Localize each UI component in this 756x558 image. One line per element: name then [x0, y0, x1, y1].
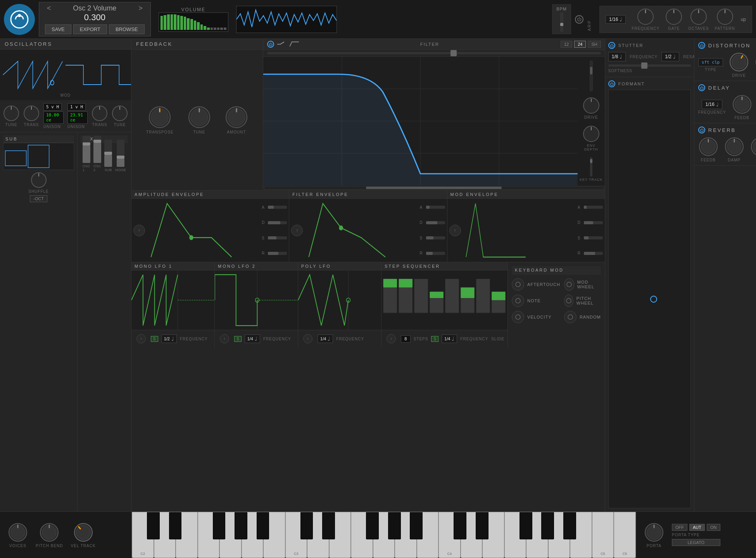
black-key-Gs2[interactable] — [235, 512, 247, 539]
mono-lfo2-sync-button[interactable]: S — [234, 336, 242, 342]
mod-env-d-slider[interactable] — [584, 221, 603, 224]
save-button[interactable]: SAVE — [45, 24, 71, 34]
pitch-bend-knob[interactable] — [39, 522, 59, 542]
filter-12-button[interactable]: 12 — [561, 41, 572, 48]
note-icon-button[interactable] — [512, 295, 524, 307]
porta-on-button[interactable]: ON — [707, 524, 720, 531]
mono-lfo2-icon[interactable]: ↑ — [220, 334, 229, 343]
white-key-C5[interactable]: C5 — [592, 512, 614, 558]
mod-wheel-icon[interactable] — [564, 278, 574, 291]
arp-gate-knob[interactable] — [665, 8, 682, 25]
black-key-As3[interactable] — [410, 512, 423, 539]
velocity-icon[interactable] — [512, 311, 524, 323]
stutter-softness-slider[interactable] — [608, 64, 691, 67]
black-key-Fs3[interactable] — [366, 512, 379, 539]
filter-hscroll[interactable] — [264, 186, 604, 189]
shuffle-knob[interactable] — [31, 172, 47, 188]
amp-env-a-slider[interactable] — [268, 206, 287, 209]
white-key-C4[interactable]: C4 — [438, 512, 461, 558]
arp-power-button[interactable]: ⏻ — [575, 15, 583, 24]
env-depth-knob[interactable] — [583, 125, 600, 142]
vel-track-knob[interactable] — [73, 522, 93, 542]
mod-env-icon[interactable]: ↑ — [449, 225, 461, 236]
black-key-Ds2[interactable] — [169, 512, 182, 539]
mod-env-a-slider[interactable] — [584, 206, 603, 209]
distortion-drive-knob[interactable] — [729, 52, 749, 72]
mono-lfo1-sync-button[interactable]: S — [151, 336, 158, 342]
amp-env-icon[interactable]: ↑ — [133, 225, 145, 236]
arp-octaves-knob[interactable] — [690, 8, 707, 25]
formant-dot[interactable] — [650, 296, 657, 303]
white-key-F4[interactable] — [504, 512, 526, 558]
formant-power-button[interactable] — [608, 80, 615, 87]
black-key-Fs4[interactable] — [520, 512, 532, 539]
black-key-Cs2[interactable] — [147, 512, 160, 539]
drive-knob[interactable] — [583, 97, 600, 114]
filter-cutoff-slider[interactable] — [267, 52, 601, 54]
black-key-Fs2[interactable] — [213, 512, 226, 539]
reverb-power-button[interactable] — [698, 127, 705, 133]
osc-tune2-knob[interactable] — [112, 105, 128, 121]
porta-knob[interactable] — [644, 522, 664, 542]
black-key-Gs3[interactable] — [388, 512, 401, 539]
filter-env-d-slider[interactable] — [426, 221, 445, 224]
amount-knob[interactable] — [225, 106, 248, 129]
mod-env-r-slider[interactable] — [584, 252, 603, 255]
logo[interactable] — [4, 4, 35, 35]
oct-button[interactable]: -OCT — [30, 195, 47, 202]
browse-button[interactable]: BROWSE — [109, 24, 145, 34]
reverb-damp-knob[interactable] — [724, 137, 744, 157]
export-button[interactable]: EXPORT — [73, 24, 107, 34]
white-key-C3[interactable]: C3 — [285, 512, 307, 558]
pitch-wheel-icon[interactable] — [564, 295, 573, 307]
tune-knob[interactable] — [188, 106, 211, 129]
black-key-As4[interactable] — [563, 512, 576, 539]
white-key-C5[interactable]: C5 — [614, 512, 636, 558]
reverb-mix-knob[interactable] — [750, 137, 756, 157]
porta-off-button[interactable]: OFF — [672, 524, 687, 531]
filter-env-r-slider[interactable] — [426, 252, 445, 255]
osc-trans2-knob[interactable] — [91, 105, 108, 121]
white-key-F2[interactable] — [198, 512, 220, 558]
aftertouch-icon[interactable] — [512, 278, 524, 291]
nav-prev-button[interactable]: < — [45, 4, 53, 12]
random-icon[interactable] — [564, 311, 576, 323]
black-key-Ds3[interactable] — [322, 512, 335, 539]
filter-env-s-slider[interactable] — [426, 236, 445, 239]
delay-power-button[interactable] — [698, 84, 705, 91]
transpose-knob[interactable] — [148, 106, 171, 129]
osc-tune-knob[interactable] — [3, 105, 19, 121]
black-key-Ds4[interactable] — [476, 512, 488, 539]
distortion-power-button[interactable] — [698, 42, 705, 49]
filter-power-button[interactable] — [267, 41, 274, 48]
step-seq-sync-button[interactable]: S — [431, 336, 438, 342]
reverb-feedb-knob[interactable] — [698, 137, 718, 157]
white-key-C2[interactable]: C2 — [132, 512, 154, 558]
amp-env-d-slider[interactable] — [268, 221, 287, 224]
distortion-type-selector[interactable]: sft clp — [698, 58, 723, 66]
filter-env-a-slider[interactable] — [426, 206, 445, 209]
filter-env-icon[interactable]: ↑ — [291, 225, 303, 236]
delay-feedb-knob[interactable] — [732, 94, 752, 114]
poly-lfo-icon[interactable]: ↑ — [303, 334, 312, 343]
filter-24-button[interactable]: 24 — [574, 41, 586, 48]
key-track-slider[interactable] — [590, 157, 592, 177]
black-key-Cs3[interactable] — [300, 512, 313, 539]
white-key-F3[interactable] — [351, 512, 373, 558]
filter-vscroll[interactable] — [590, 61, 593, 91]
black-key-As2[interactable] — [257, 512, 269, 539]
arp-pattern-knob[interactable] — [716, 8, 734, 25]
mod-env-s-slider[interactable] — [584, 236, 603, 239]
osc-trans-knob[interactable] — [23, 105, 40, 121]
nav-next-button[interactable]: > — [136, 4, 145, 12]
amp-env-s-slider[interactable] — [268, 236, 287, 239]
mono-lfo1-icon[interactable]: ↑ — [136, 334, 146, 343]
arp-frequency-knob[interactable] — [637, 8, 654, 25]
porta-aut-button[interactable]: AUT — [689, 524, 705, 531]
black-key-Cs4[interactable] — [454, 512, 466, 539]
legato-button[interactable]: LEGATO — [672, 539, 720, 546]
amp-env-r-slider[interactable] — [268, 252, 287, 255]
stutter-power-button[interactable] — [608, 42, 615, 49]
filter-sh-button[interactable]: SH — [588, 41, 601, 48]
step-seq-icon[interactable]: ↑ — [387, 334, 396, 343]
